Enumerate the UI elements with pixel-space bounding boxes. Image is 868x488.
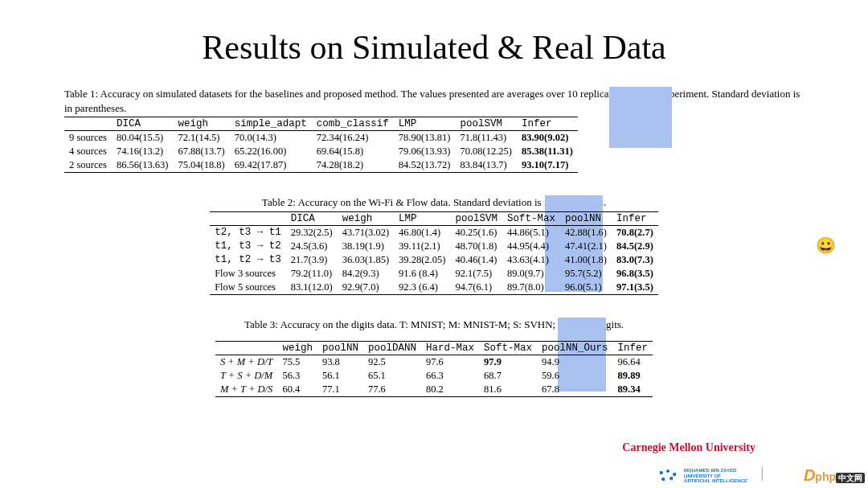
t1-r2-c0: 86.56(13.63) xyxy=(112,158,174,173)
t3-r1-c5: 59.6 xyxy=(537,369,613,383)
t3-h1: weigh xyxy=(277,342,317,355)
t3-r0-c3: 97.6 xyxy=(421,355,479,370)
t1-r1-label: 4 sources xyxy=(64,145,112,158)
t1-r1-c0: 74.16(13.2) xyxy=(112,145,174,158)
t2-r2-label: t1, t2 → t3 xyxy=(210,253,286,267)
t2-r1-c5: 47.41(2.1) xyxy=(560,240,612,253)
t3-h6: poolNN_Ours xyxy=(537,342,613,355)
t1-h7: Infer xyxy=(517,117,578,131)
table1-wrap: Table 1: Accuracy on simulated datasets … xyxy=(64,87,804,173)
t2-h1: DICA xyxy=(286,211,338,225)
table-row: S + M + D/T 75.5 93.8 92.5 97.6 97.9 94.… xyxy=(215,355,653,370)
slide: Results on Simulated & Real Data Table 1… xyxy=(0,0,868,488)
phpcn-cn: 中文网 xyxy=(836,473,865,483)
t2-r3-c0: 79.2(11.0) xyxy=(286,267,338,281)
table3-wrap: Table 3: Accuracy on the digits data. T:… xyxy=(64,318,804,398)
highlight-t1-infer xyxy=(609,87,672,148)
t1-h5: LMP xyxy=(394,117,456,131)
t3-r0-c4: 97.9 xyxy=(479,355,537,370)
table3: weigh poolNN poolDANN Hard-Max Soft-Max … xyxy=(215,341,653,397)
t2-r4-c5: 96.0(5.1) xyxy=(560,281,612,295)
table2-wrap: Table 2: Accuracy on the Wi-Fi & Flow da… xyxy=(64,195,804,295)
t3-r0-label: S + M + D/T xyxy=(215,355,278,370)
t1-r1-c6: 85.38(11.31) xyxy=(517,145,578,158)
t2-r2-c3: 40.46(1.4) xyxy=(450,253,502,267)
t3-r2-c0: 60.4 xyxy=(277,383,317,397)
t1-h0 xyxy=(64,117,112,131)
t3-r0-c5: 94.9 xyxy=(537,355,613,370)
t2-r0-c3: 40.25(1.6) xyxy=(450,225,502,240)
table1-caption: Table 1: Accuracy on simulated datasets … xyxy=(64,87,804,115)
t2-h0 xyxy=(210,211,286,225)
t2-r4-c3: 94.7(6.1) xyxy=(450,281,502,295)
t2-r3-c3: 92.1(7.5) xyxy=(450,267,502,281)
table1: DICA weigh simple_adapt comb_classif LMP… xyxy=(64,117,578,173)
t2-r1-label: t1, t3 → t2 xyxy=(210,240,286,253)
table-row: t1, t3 → t2 24.5(3.6) 38.19(1.9) 39.11(2… xyxy=(210,240,658,253)
t2-r4-c4: 89.7(8.0) xyxy=(502,281,560,295)
table-row: t2, t3 → t1 29.32(2.5) 43.71(3.02) 46.80… xyxy=(210,225,658,240)
table-row: t1, t2 → t3 21.7(3.9) 36.03(1.85) 39.28(… xyxy=(210,253,658,267)
t2-r2-c1: 36.03(1.85) xyxy=(338,253,394,267)
t1-r2-c2: 69.42(17.87) xyxy=(230,158,312,173)
t1-h2: weigh xyxy=(173,117,229,131)
t1-r0-c2: 70.0(14.3) xyxy=(230,131,312,146)
t2-r1-c0: 24.5(3.6) xyxy=(286,240,338,253)
table-row: Flow 3 sources 79.2(11.0) 84.2(9.3) 91.6… xyxy=(210,267,658,281)
t3-h2: poolNN xyxy=(317,342,363,355)
mbzuai-text: MOHAMED BIN ZAYED UNIVERSITY OF ARTIFICI… xyxy=(684,468,747,484)
t2-r0-label: t2, t3 → t1 xyxy=(210,225,286,240)
t1-r2-c6: 93.10(7.17) xyxy=(517,158,578,173)
t2-r3-c5: 95.7(5.2) xyxy=(560,267,612,281)
t3-r2-c1: 77.1 xyxy=(317,383,363,397)
table-row: 4 sources 74.16(13.2) 67.88(13.7) 65.22(… xyxy=(64,145,578,158)
table-row: T + S + D/M 56.3 56.1 65.1 66.3 68.7 59.… xyxy=(215,369,653,383)
t2-r2-c4: 43.63(4.1) xyxy=(502,253,560,267)
t2-r1-c6: 84.5(2.9) xyxy=(612,240,658,253)
t1-r1-c1: 67.88(13.7) xyxy=(173,145,229,158)
phpcn-d: D xyxy=(804,466,815,484)
t2-r1-c1: 38.19(1.9) xyxy=(338,240,394,253)
t3-r2-c5: 67.8 xyxy=(537,383,613,397)
mbzuai-l1: MOHAMED BIN ZAYED xyxy=(684,468,747,474)
table2-caption: Table 2: Accuracy on the Wi-Fi & Flow da… xyxy=(64,195,804,210)
t3-r2-c6: 89.34 xyxy=(613,383,653,397)
smile-icon: 😀 xyxy=(816,236,836,255)
t3-r1-c3: 66.3 xyxy=(421,369,479,383)
t2-h6: poolNN xyxy=(560,211,612,225)
table2-header-row: DICA weigh LMP poolSVM Soft-Max poolNN I… xyxy=(210,211,658,225)
t2-r0-c0: 29.32(2.5) xyxy=(286,225,338,240)
t1-r1-c2: 65.22(16.00) xyxy=(230,145,312,158)
t1-r0-c5: 71.8(11.43) xyxy=(455,131,517,146)
t2-h7: Infer xyxy=(612,211,658,225)
t1-r2-c4: 84.52(13.72) xyxy=(394,158,456,173)
table1-header-row: DICA weigh simple_adapt comb_classif LMP… xyxy=(64,117,578,131)
t1-r0-c0: 80.04(15.5) xyxy=(112,131,174,146)
t1-r2-c3: 74.28(18.2) xyxy=(312,158,394,173)
slide-title: Results on Simulated & Real Data xyxy=(0,0,868,87)
mbzuai-l2: UNIVERSITY OF xyxy=(684,474,747,479)
t2-r3-c4: 89.0(9.7) xyxy=(502,267,560,281)
t1-r0-c4: 78.90(13.81) xyxy=(394,131,456,146)
t3-r0-c6: 96.64 xyxy=(613,355,653,370)
t2-h3: LMP xyxy=(394,211,450,225)
t3-r1-c4: 68.7 xyxy=(479,369,537,383)
t2-r4-c0: 83.1(12.0) xyxy=(286,281,338,295)
t2-h2: weigh xyxy=(338,211,394,225)
t1-h6: poolSVM xyxy=(455,117,517,131)
t2-r3-c1: 84.2(9.3) xyxy=(338,267,394,281)
t1-h3: simple_adapt xyxy=(230,117,312,131)
cmu-logo-text: Carnegie Mellon University xyxy=(622,441,755,454)
t3-h5: Soft-Max xyxy=(479,342,537,355)
t2-r0-c4: 44.86(5.1) xyxy=(502,225,560,240)
t2-h4: poolSVM xyxy=(450,211,502,225)
content-area: Table 1: Accuracy on simulated datasets … xyxy=(0,87,868,397)
t3-r2-c4: 81.6 xyxy=(479,383,537,397)
t2-r0-c2: 46.80(1.4) xyxy=(394,225,450,240)
spacer xyxy=(64,333,804,341)
table3-caption: Table 3: Accuracy on the digits data. T:… xyxy=(64,318,804,332)
t1-r0-c3: 72.34(16.24) xyxy=(312,131,394,146)
t3-h4: Hard-Max xyxy=(421,342,479,355)
mbzuai-logo: MOHAMED BIN ZAYED UNIVERSITY OF ARTIFICI… xyxy=(657,468,747,484)
t2-r1-c4: 44.95(4.4) xyxy=(502,240,560,253)
